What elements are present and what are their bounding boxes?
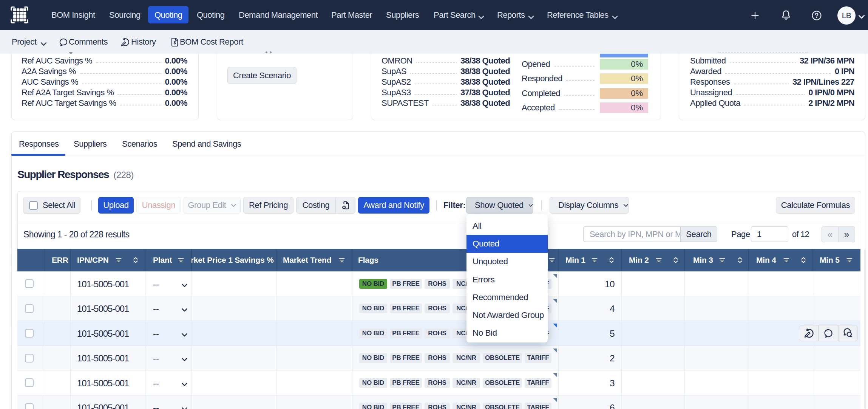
svg-text:$: $ [174,40,176,45]
